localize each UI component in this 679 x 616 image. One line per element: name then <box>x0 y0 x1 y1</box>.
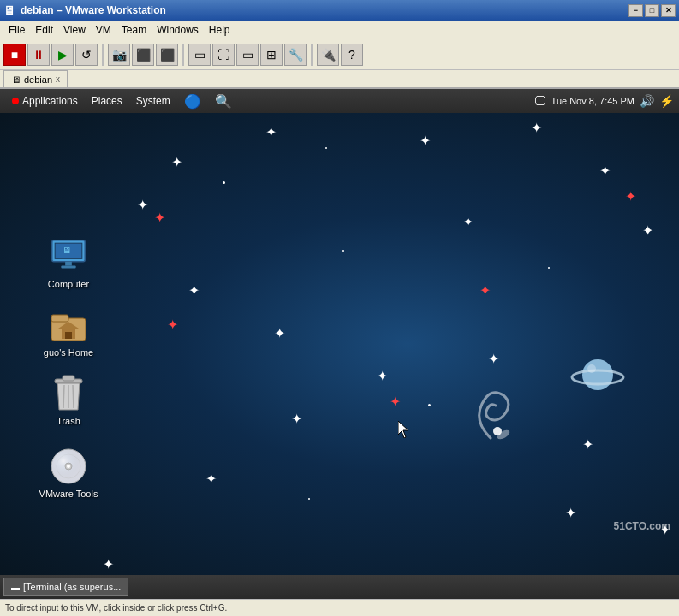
power-btn[interactable]: ■ <box>3 44 26 66</box>
sep2 <box>182 44 184 66</box>
snapshot3-btn[interactable]: ⬛ <box>156 44 178 66</box>
terminal-icon: ▬ <box>11 583 20 592</box>
svg-marker-26 <box>398 421 408 438</box>
datetime-label: Tue Nov 8, 7:45 PM <box>551 96 634 106</box>
network-icon: 🖵 <box>534 94 546 108</box>
svg-line-15 <box>73 385 74 408</box>
svg-rect-10 <box>65 332 72 339</box>
menu-view[interactable]: View <box>58 22 91 38</box>
svg-point-23 <box>582 359 613 390</box>
star-deco: ✦ <box>565 506 576 520</box>
desktop[interactable]: ✦ ✦ ✦ ✦ ✦ ✦ ✦ ✦ ✦ ✦ ✦ ✦ ✦ ✦ ✦ ✦ ✦ ✦ ✦ ✦ … <box>0 113 679 575</box>
restore-button[interactable]: □ <box>645 4 659 17</box>
svg-rect-7 <box>51 315 68 322</box>
pause-btn[interactable]: ⏸ <box>27 44 50 66</box>
star-deco: ✦ <box>582 438 593 452</box>
star-deco: ✦ <box>420 134 431 148</box>
home-icon[interactable]: guo's Home <box>34 301 103 361</box>
sep3 <box>311 44 313 66</box>
terminal-taskbar-btn[interactable]: ▬ [Terminal (as superus... <box>3 578 128 596</box>
star-dot <box>342 250 344 252</box>
vm-tab-debian[interactable]: 🖥 debian x <box>3 70 68 87</box>
svg-text:🖥: 🖥 <box>63 246 71 255</box>
svg-point-20 <box>67 465 70 468</box>
usb-btn[interactable]: 🔌 <box>317 44 339 66</box>
menu-bar: File Edit View VM Team Windows Help <box>0 21 679 39</box>
star-deco: ✦ <box>205 472 217 486</box>
gnome-panel-bottom: ▬ [Terminal (as superus... <box>0 575 679 599</box>
system-menu[interactable]: System <box>129 89 177 113</box>
play-btn[interactable]: ▶ <box>51 44 74 66</box>
star-deco: ✦ <box>265 126 277 139</box>
vm-tab-close[interactable]: x <box>56 74 60 84</box>
snapshot-btn[interactable]: 📷 <box>108 44 130 66</box>
star-deco: ✦ <box>103 558 114 572</box>
star-deco: ✦ <box>377 370 388 383</box>
menu-vm[interactable]: VM <box>91 22 116 38</box>
trash-icon-img <box>48 373 89 414</box>
home-icon-label: guo's Home <box>44 347 93 358</box>
title-bar: 🖥 debian – VMware Workstation − □ ✕ <box>0 0 679 21</box>
star-dot <box>308 498 310 500</box>
star-dot <box>325 147 327 149</box>
menu-team[interactable]: Team <box>116 22 152 38</box>
search-icon-btn[interactable]: 🔍 <box>208 89 239 113</box>
tools-btn[interactable]: 🔧 <box>284 44 307 66</box>
star-deco-red: ✦ <box>625 190 636 204</box>
vm-tab-label: debian <box>24 74 52 85</box>
menu-edit[interactable]: Edit <box>30 22 58 38</box>
star-deco: ✦ <box>274 327 285 341</box>
vmware-tools-icon-label: VMware Tools <box>39 489 98 499</box>
win2-btn[interactable]: ▭ <box>236 44 259 66</box>
help-btn[interactable]: ? <box>341 44 363 66</box>
unity-btn[interactable]: ⊞ <box>260 44 283 66</box>
debian-logo <box>12 98 19 104</box>
places-label: Places <box>92 95 122 107</box>
window-title: debian – VMware Workstation <box>21 4 166 16</box>
places-menu[interactable]: Places <box>85 89 129 113</box>
star-dot <box>548 267 550 269</box>
status-bar: To direct input to this VM, click inside… <box>0 599 679 616</box>
menu-windows[interactable]: Windows <box>152 22 204 38</box>
vmware-tools-icon-img <box>48 446 89 487</box>
svg-rect-4 <box>65 262 72 266</box>
star-deco: ✦ <box>188 284 200 298</box>
sep1 <box>102 44 104 66</box>
toolbar: ■ ⏸ ▶ ↺ 📷 ⬛ ⬛ ▭ ⛶ ▭ ⊞ 🔧 🔌 ? <box>0 39 679 70</box>
svg-point-25 <box>587 364 596 373</box>
applications-label: Applications <box>22 95 78 107</box>
trash-icon[interactable]: Trash <box>34 370 103 429</box>
vmware-tools-icon[interactable]: VMware Tools <box>34 442 103 502</box>
help-icon-btn[interactable]: 🔵 <box>177 89 208 113</box>
star-deco: ✦ <box>171 156 182 169</box>
star-deco: ✦ <box>137 198 148 212</box>
window-btn[interactable]: ▭ <box>188 44 211 66</box>
volume-icon: 🔊 <box>640 94 654 108</box>
tab-bar: 🖥 debian x <box>0 70 679 89</box>
vm-content: Applications Places System 🔵 🔍 🖵 Tue Nov… <box>0 89 679 599</box>
terminal-label: [Terminal (as superus... <box>23 582 121 592</box>
star-deco: ✦ <box>642 224 653 238</box>
star-deco: ✦ <box>291 412 302 426</box>
applications-menu[interactable]: Applications <box>5 89 85 113</box>
star-deco: ✦ <box>531 121 542 135</box>
trash-icon-label: Trash <box>57 416 80 426</box>
svg-rect-5 <box>61 266 75 269</box>
star-deco: ✦ <box>462 216 474 229</box>
menu-help[interactable]: Help <box>204 22 235 38</box>
watermark: 51CTO.com <box>614 520 670 532</box>
reset-btn[interactable]: ↺ <box>75 44 98 66</box>
fullscreen-btn[interactable]: ⛶ <box>212 44 235 66</box>
system-label: System <box>136 95 170 107</box>
star-deco-red: ✦ <box>154 211 165 225</box>
computer-icon[interactable]: 🖥 Computer <box>34 233 103 293</box>
snapshot2-btn[interactable]: ⬛ <box>132 44 154 66</box>
star-dot <box>223 181 225 184</box>
vmware-window: 🖥 debian – VMware Workstation − □ ✕ File… <box>0 0 679 616</box>
close-button[interactable]: ✕ <box>661 4 676 17</box>
menu-file[interactable]: File <box>3 22 30 38</box>
home-icon-img <box>48 305 89 346</box>
app-icon: 🖥 <box>3 3 15 17</box>
debian-swirl-deco <box>456 378 525 447</box>
minimize-button[interactable]: − <box>628 4 643 17</box>
